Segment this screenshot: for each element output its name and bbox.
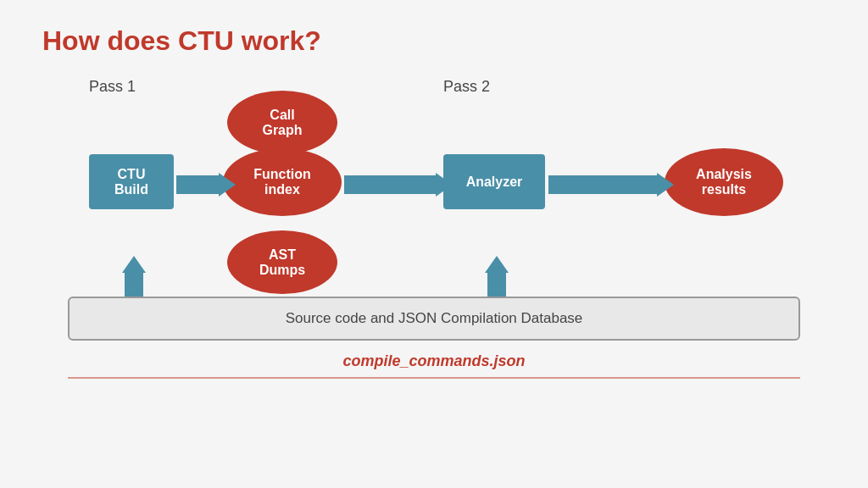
arrow-head (436, 173, 453, 197)
arrow-v-head (122, 256, 146, 273)
call-graph-label: CallGraph (262, 108, 302, 138)
analyzer-box: Analyzer (443, 154, 545, 209)
arrow-analyzer-to-results (548, 173, 674, 197)
diagram-area: Pass 1 Pass 2 CTUBuild CallGraph Functio… (42, 74, 826, 396)
source-box: Source code and JSON Compilation Databas… (68, 297, 800, 341)
ctu-build-box: CTUBuild (89, 154, 174, 209)
call-graph-ellipse: CallGraph (227, 91, 337, 154)
arrow-body (176, 175, 219, 194)
arrow-ctu-to-function (176, 173, 236, 197)
function-index-ellipse: Functionindex (223, 148, 342, 216)
arrow-body (548, 175, 657, 194)
ast-dumps-label: ASTDumps (259, 247, 305, 278)
page-title: How does CTU work? (42, 25, 826, 57)
arrow-v-head (485, 256, 509, 273)
arrow-head (657, 173, 674, 197)
ast-dumps-ellipse: ASTDumps (227, 230, 337, 294)
analysis-results-ellipse: Analysisresults (665, 148, 783, 216)
ctu-build-label: CTUBuild (114, 167, 148, 197)
source-box-label: Source code and JSON Compilation Databas… (286, 310, 583, 326)
analysis-results-label: Analysisresults (696, 167, 752, 197)
function-index-label: Functionindex (253, 167, 311, 197)
arrow-head (219, 173, 236, 197)
compile-commands-label: compile_commands.json (42, 352, 826, 370)
pass1-label: Pass 1 (89, 78, 136, 96)
arrow-function-to-analyzer (344, 173, 453, 197)
arrow-body (344, 175, 436, 194)
slide: How does CTU work? Pass 1 Pass 2 CTUBuil… (0, 0, 868, 488)
analyzer-label: Analyzer (466, 175, 523, 190)
bottom-divider (68, 377, 800, 379)
pass2-label: Pass 2 (443, 78, 490, 96)
